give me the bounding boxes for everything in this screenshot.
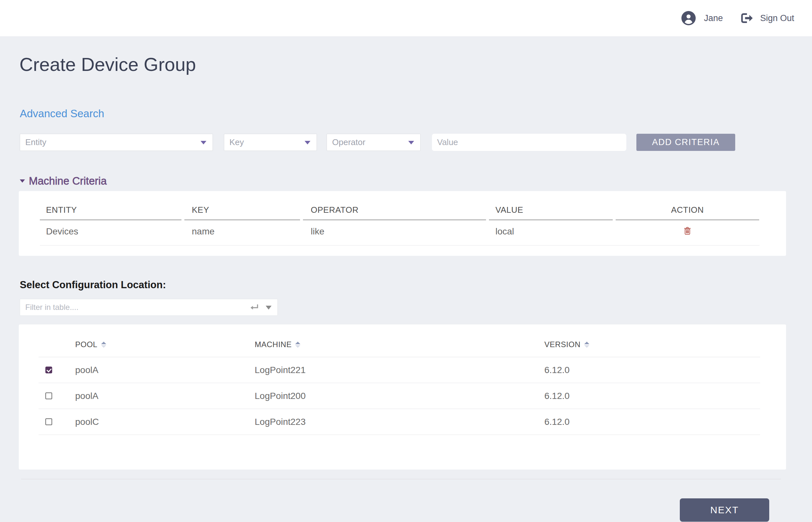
key-select[interactable]: Key [224,134,317,151]
entity-select[interactable]: Entity [20,134,213,151]
table-row: poolA LogPoint221 6.12.0 [39,357,760,383]
trash-icon [684,227,691,235]
column-header-key: KEY [185,191,300,220]
column-header-machine[interactable]: MACHINE [248,324,538,357]
version-cell: 6.12.0 [538,391,760,401]
criteria-value-cell: local [489,220,613,245]
machine-cell: LogPoint223 [248,417,538,427]
row-checkbox[interactable] [45,393,52,399]
return-arrow-icon[interactable] [250,304,258,310]
sign-out-icon [741,13,753,23]
column-header-pool[interactable]: POOL [69,324,248,357]
select-configuration-heading: Select Configuration Location: [20,280,812,290]
entity-select-placeholder: Entity [25,137,46,147]
criteria-entity-cell: Devices [40,220,181,245]
sort-icon [584,342,589,348]
column-header-checkbox [39,324,69,357]
pool-cell: poolA [69,365,248,375]
key-select-placeholder: Key [229,137,244,147]
column-header-operator: OPERATOR [303,191,486,220]
user-avatar-icon [681,11,696,25]
sign-out-label: Sign Out [760,13,794,23]
table-filter [20,299,278,316]
criteria-form: Entity Key Operator ADD CRITERIA [20,134,812,151]
chevron-down-icon [20,179,25,183]
version-cell: 6.12.0 [538,417,760,427]
machine-criteria-header-row: ENTITY KEY OPERATOR VALUE ACTION [40,191,759,220]
row-checkbox[interactable] [45,366,52,374]
criteria-key-cell: name [185,220,300,245]
column-header-value: VALUE [489,191,613,220]
column-header-version[interactable]: VERSION [538,324,760,357]
sort-icon [101,342,106,348]
configuration-header-row: POOL MACHINE VERSION [39,324,760,357]
pool-cell: poolC [69,417,248,427]
criteria-operator-cell: like [303,220,486,245]
machine-cell: LogPoint221 [248,365,538,375]
value-input[interactable] [432,134,626,151]
operator-select-placeholder: Operator [332,137,366,147]
next-button[interactable]: NEXT [680,498,769,522]
operator-select[interactable]: Operator [327,134,421,151]
column-header-entity: ENTITY [40,191,181,220]
delete-criteria-button[interactable] [684,227,691,235]
machine-criteria-card: ENTITY KEY OPERATOR VALUE ACTION Devices… [19,191,786,256]
configuration-table-card: POOL MACHINE VERSION poolA LogPoint221 6… [19,324,786,469]
sort-icon [295,342,301,348]
user-name: Jane [704,13,723,23]
chevron-down-icon [408,141,414,144]
page-title: Create Device Group [19,55,812,74]
footer-divider [21,479,781,479]
column-header-action: ACTION [616,191,759,220]
chevron-down-icon [200,141,207,144]
chevron-down-icon[interactable] [266,306,272,309]
table-row: poolA LogPoint200 6.12.0 [39,383,760,409]
row-checkbox[interactable] [45,418,52,425]
add-criteria-button[interactable]: ADD CRITERIA [636,134,735,151]
table-row: poolC LogPoint223 6.12.0 [39,409,760,435]
sign-out-button[interactable]: Sign Out [741,13,794,23]
machine-cell: LogPoint200 [248,391,538,401]
chevron-down-icon [305,141,310,144]
advanced-search-link[interactable]: Advanced Search [20,108,104,119]
filter-input[interactable] [20,299,278,316]
machine-criteria-label: Machine Criteria [29,176,107,186]
main-content: Create Device Group Advanced Search Enti… [0,55,812,522]
user-menu[interactable]: Jane [681,11,723,25]
machine-criteria-toggle[interactable]: Machine Criteria [20,176,107,186]
pool-cell: poolA [69,391,248,401]
top-bar: Jane Sign Out [0,0,812,36]
criteria-table-row: Devices name like local [40,220,759,245]
version-cell: 6.12.0 [538,365,760,375]
